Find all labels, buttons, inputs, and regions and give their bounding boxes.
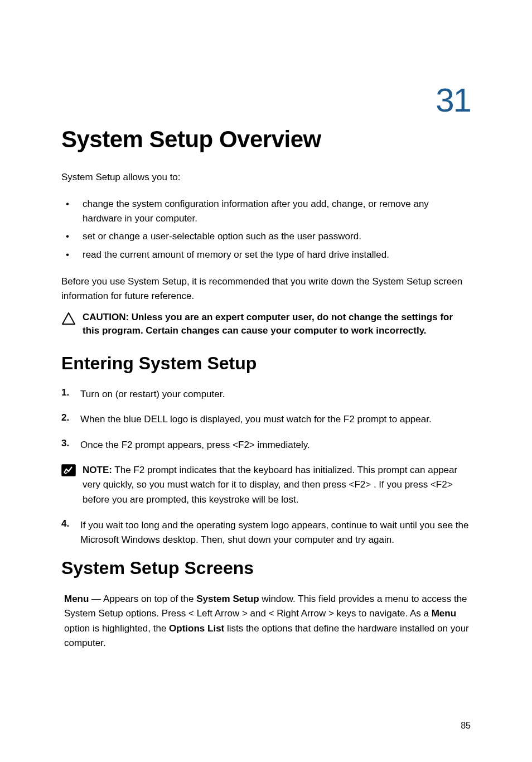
caution-triangle-icon: [61, 312, 79, 327]
caution-body: Unless you are an expert computer user, …: [83, 312, 453, 336]
menu-text-3: option is highlighted, the: [64, 623, 169, 634]
page-number: 85: [461, 721, 471, 731]
note-body: The F2 prompt indicates that the keyboar…: [83, 465, 457, 505]
note-pencil-icon: [61, 464, 79, 479]
step-number: 4.: [61, 518, 80, 529]
options-list-term: Options List: [169, 623, 224, 634]
steps-list: 1. Turn on (or restart) your computer. 2…: [61, 387, 471, 452]
system-setup-term: System Setup: [196, 594, 259, 604]
svg-rect-0: [62, 465, 75, 476]
steps-list-continued: 4. If you wait too long and the operatin…: [61, 518, 471, 547]
caution-label: CAUTION:: [83, 312, 129, 322]
step-text: When the blue DELL logo is displayed, yo…: [80, 412, 432, 427]
list-item: change the system configuration informat…: [61, 197, 471, 226]
recommendation-text: Before you use System Setup, it is recom…: [61, 274, 471, 303]
step-text: Once the F2 prompt appears, press <F2> i…: [80, 438, 310, 452]
note-text: NOTE: The F2 prompt indicates that the k…: [83, 463, 471, 507]
list-item: read the current amount of memory or set…: [61, 248, 471, 262]
intro-text: System Setup allows you to:: [61, 171, 471, 185]
step-text: Turn on (or restart) your computer.: [80, 387, 225, 402]
step-number: 1.: [61, 387, 80, 398]
note-block: NOTE: The F2 prompt indicates that the k…: [61, 463, 471, 507]
chapter-title: System Setup Overview: [61, 126, 471, 153]
step-number: 2.: [61, 412, 80, 423]
capability-list: change the system configuration informat…: [61, 197, 471, 262]
chapter-number: 31: [61, 81, 471, 119]
menu-text-1: — Appears on top of the: [89, 594, 196, 604]
step-item: 2. When the blue DELL logo is displayed,…: [61, 412, 471, 427]
section-heading-screens: System Setup Screens: [61, 558, 471, 578]
list-item: set or change a user-selectable option s…: [61, 229, 471, 244]
step-item: 4. If you wait too long and the operatin…: [61, 518, 471, 547]
step-item: 1. Turn on (or restart) your computer.: [61, 387, 471, 402]
caution-text: CAUTION: Unless you are an expert comput…: [83, 311, 471, 337]
menu-description: Menu — Appears on top of the System Setu…: [61, 592, 471, 650]
step-number: 3.: [61, 438, 80, 449]
menu-term: Menu: [64, 594, 89, 604]
step-text: If you wait too long and the operating s…: [80, 518, 471, 547]
step-item: 3. Once the F2 prompt appears, press <F2…: [61, 438, 471, 452]
section-heading-entering: Entering System Setup: [61, 353, 471, 374]
note-label: NOTE:: [83, 465, 112, 475]
caution-block: CAUTION: Unless you are an expert comput…: [61, 311, 471, 337]
menu-term-2: Menu: [432, 608, 456, 619]
